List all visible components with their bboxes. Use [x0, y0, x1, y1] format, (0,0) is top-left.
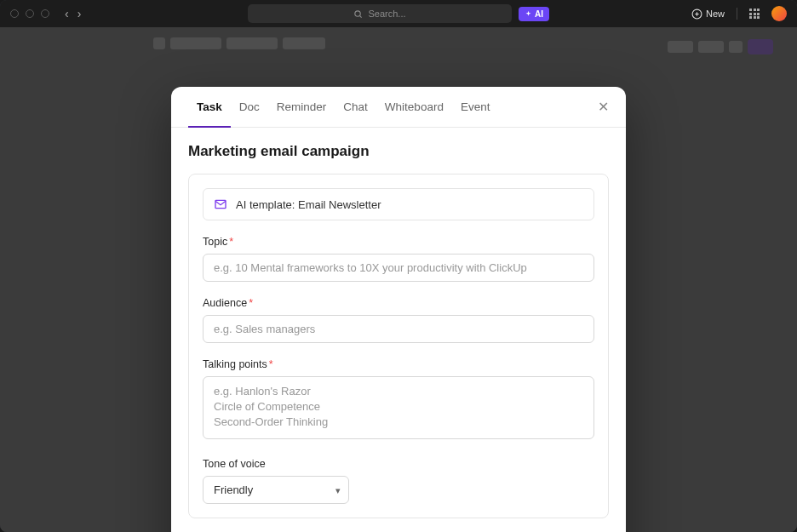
nav-arrows: ‹ › — [65, 7, 81, 20]
ai-button[interactable]: AI — [519, 7, 549, 21]
tone-label: Tone of voice — [203, 458, 266, 470]
field-topic: Topic * — [203, 236, 594, 282]
svg-line-1 — [360, 15, 362, 17]
audience-label: Audience — [203, 297, 247, 309]
tab-reminder[interactable]: Reminder — [268, 87, 335, 127]
titlebar: ‹ › Search... AI New — [0, 0, 797, 27]
modal-title: Marketing email campaign — [188, 143, 609, 160]
divider — [737, 8, 737, 20]
modal-overlay: Task Doc Reminder Chat Whiteboard Event … — [0, 27, 797, 532]
nav-back-icon[interactable]: ‹ — [65, 7, 69, 20]
field-audience: Audience * — [203, 297, 594, 343]
field-tone: Tone of voice Friendly ▾ — [203, 458, 594, 504]
nav-forward-icon[interactable]: › — [77, 7, 82, 20]
topic-label: Topic — [203, 236, 227, 248]
search-placeholder: Search... — [368, 9, 405, 19]
window-controls — [10, 9, 49, 18]
talking-points-label: Talking points — [203, 358, 267, 370]
plus-circle-icon — [691, 9, 702, 20]
new-label: New — [706, 9, 725, 19]
minimize-window-icon[interactable] — [26, 9, 34, 18]
close-window-icon[interactable] — [10, 9, 19, 18]
search-icon — [353, 9, 363, 19]
tab-chat[interactable]: Chat — [335, 87, 376, 127]
create-modal: Task Doc Reminder Chat Whiteboard Event … — [171, 87, 626, 532]
svg-point-0 — [355, 10, 360, 15]
required-indicator: * — [249, 297, 253, 309]
ai-template-row[interactable]: AI template: Email Newsletter — [203, 188, 594, 220]
tab-task[interactable]: Task — [188, 87, 231, 127]
search-input[interactable]: Search... — [248, 4, 512, 23]
field-talking-points: Talking points * — [203, 358, 594, 443]
required-indicator: * — [229, 236, 233, 248]
tab-doc[interactable]: Doc — [231, 87, 268, 127]
maximize-window-icon[interactable] — [41, 9, 49, 18]
audience-input[interactable] — [203, 315, 594, 343]
form-card: AI template: Email Newsletter Topic * — [188, 174, 609, 518]
modal-tabs: Task Doc Reminder Chat Whiteboard Event … — [171, 87, 626, 128]
envelope-icon — [214, 197, 227, 211]
ai-template-label: AI template: Email Newsletter — [236, 198, 381, 211]
topic-input[interactable] — [203, 254, 594, 282]
tab-event[interactable]: Event — [452, 87, 499, 127]
avatar[interactable] — [771, 6, 787, 21]
talking-points-input[interactable] — [203, 376, 594, 439]
sparkle-icon — [525, 10, 532, 18]
close-icon[interactable]: ✕ — [598, 99, 609, 115]
tab-whiteboard[interactable]: Whiteboard — [376, 87, 452, 127]
apps-grid-icon[interactable] — [749, 9, 760, 19]
required-indicator: * — [269, 358, 273, 370]
ai-label: AI — [535, 9, 543, 19]
new-button[interactable]: New — [691, 9, 725, 20]
tone-select[interactable]: Friendly — [203, 476, 349, 504]
app-body: Task Doc Reminder Chat Whiteboard Event … — [0, 27, 797, 532]
